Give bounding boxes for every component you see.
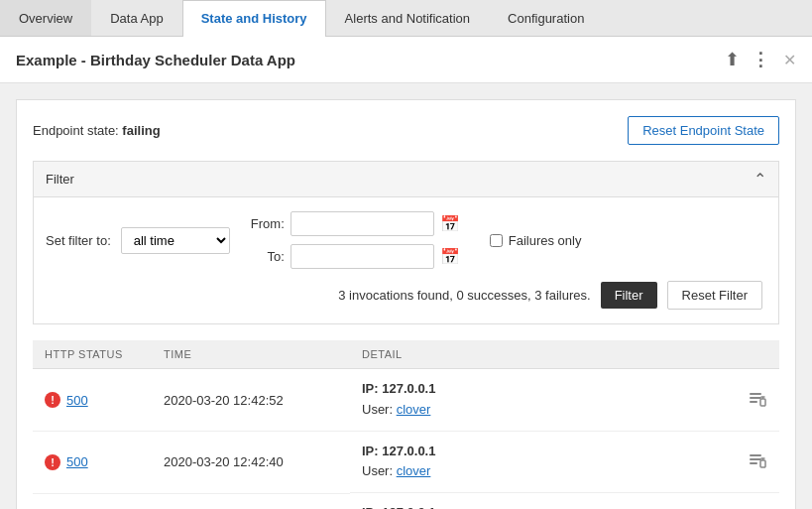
svg-rect-9 (760, 460, 765, 467)
filter-row: Set filter to: all time last hour last d… (46, 211, 766, 269)
main-content: Endpoint state: failing Reset Endpoint S… (16, 99, 796, 509)
table-row: ! 500 2020-03-20 12:42:40 IP: 127.0.0.1 … (33, 432, 779, 494)
invocations-table: HTTP STATUS TIME DETAIL ! 500 2020-03-20… (33, 340, 779, 509)
time-cell: 2020-03-20 12:42:40 (152, 432, 350, 494)
svg-rect-7 (750, 458, 761, 460)
user-link[interactable]: clover (397, 402, 431, 417)
header-bar: Example - Birthday Scheduler Data App ⬆ … (0, 37, 812, 83)
endpoint-state-text: Endpoint state: failing (33, 123, 161, 138)
reset-endpoint-state-button[interactable]: Reset Endpoint State (628, 116, 779, 145)
filter-from-to: From: 📅 To: 📅 (250, 211, 460, 269)
detail-ip: IP: 127.0.0.1 (362, 442, 435, 462)
set-filter-select[interactable]: all time last hour last day last week cu… (121, 227, 230, 254)
user-link[interactable]: clover (397, 463, 431, 478)
svg-rect-6 (750, 454, 761, 456)
table-row: ! 500 2020-03-20 12:42:52 IP: 127.0.0.1 … (33, 369, 779, 432)
svg-rect-8 (750, 462, 757, 464)
status-cell: ! 500 (45, 392, 140, 408)
detail-text: IP: 127.0.0.1 User: clover (362, 442, 435, 483)
failures-only-label: Failures only (509, 233, 582, 248)
to-row: To: 📅 (250, 244, 460, 269)
svg-rect-2 (750, 401, 757, 403)
col-http-status: HTTP STATUS (33, 340, 152, 369)
header-actions: ⬆ ⋮ ✕ (725, 49, 796, 70)
detail-text: IP: 127.0.0.1 User: clover (362, 503, 435, 509)
reset-filter-button[interactable]: Reset Filter (667, 281, 762, 310)
error-icon: ! (45, 454, 60, 470)
svg-rect-1 (750, 397, 761, 399)
failures-only-row: Failures only (490, 233, 582, 248)
error-icon: ! (45, 392, 60, 408)
tab-state-and-history[interactable]: State and History (182, 0, 326, 37)
detail-cell: IP: 127.0.0.1 User: clover (350, 369, 779, 432)
col-time: TIME (152, 340, 350, 369)
close-icon[interactable]: ✕ (783, 51, 796, 69)
table-row: ! 500 2020-03-20 12:42:34 IP: 127.0.0.1 … (33, 493, 779, 509)
failures-only-checkbox[interactable] (490, 234, 503, 247)
invocation-summary: 3 invocations found, 0 successes, 3 fail… (46, 281, 766, 310)
log-icon[interactable] (748, 390, 767, 410)
time-cell: 2020-03-20 12:42:52 (152, 369, 350, 432)
filter-panel: Filter ⌃ Set filter to: all time last ho… (33, 161, 779, 324)
status-code-link[interactable]: 500 (66, 393, 88, 408)
filter-body: Set filter to: all time last hour last d… (34, 197, 778, 323)
more-options-icon[interactable]: ⋮ (752, 49, 771, 70)
from-calendar-icon[interactable]: 📅 (440, 214, 460, 233)
status-code-link[interactable]: 500 (66, 454, 88, 469)
from-row: From: 📅 (250, 211, 460, 236)
filter-button[interactable]: Filter (601, 282, 657, 309)
from-date-input[interactable] (290, 211, 434, 236)
table-header-row: HTTP STATUS TIME DETAIL (33, 340, 779, 369)
detail-user: User: clover (362, 400, 435, 421)
filter-header[interactable]: Filter ⌃ (34, 162, 778, 197)
status-cell: ! 500 (45, 454, 140, 470)
upload-icon[interactable]: ⬆ (725, 49, 740, 70)
col-detail: DETAIL (350, 340, 779, 369)
from-label: From: (250, 216, 285, 231)
svg-rect-3 (760, 399, 765, 406)
svg-rect-0 (750, 393, 761, 395)
detail-text: IP: 127.0.0.1 User: clover (362, 379, 435, 421)
detail-ip: IP: 127.0.0.1 (362, 503, 435, 509)
filter-label: Filter (46, 172, 74, 187)
endpoint-state-value: failing (122, 123, 160, 138)
to-label: To: (250, 249, 285, 264)
tab-bar: Overview Data App State and History Aler… (0, 0, 812, 37)
tab-alerts-and-notification[interactable]: Alerts and Notification (326, 0, 489, 36)
detail-ip: IP: 127.0.0.1 (362, 379, 435, 400)
set-filter-label: Set filter to: (46, 233, 111, 248)
detail-cell: IP: 127.0.0.1 User: clover (350, 493, 779, 509)
invocation-text: 3 invocations found, 0 successes, 3 fail… (338, 288, 590, 303)
detail-cell: IP: 127.0.0.1 User: clover (350, 432, 779, 494)
tab-configuration[interactable]: Configuration (489, 0, 603, 36)
time-cell: 2020-03-20 12:42:34 (152, 493, 350, 509)
tab-overview[interactable]: Overview (0, 0, 91, 36)
endpoint-state-row: Endpoint state: failing Reset Endpoint S… (33, 116, 779, 145)
tab-data-app[interactable]: Data App (91, 0, 182, 36)
filter-collapse-icon[interactable]: ⌃ (754, 170, 766, 189)
page-title: Example - Birthday Scheduler Data App (16, 52, 295, 68)
detail-user: User: clover (362, 461, 435, 482)
to-calendar-icon[interactable]: 📅 (440, 247, 460, 266)
to-date-input[interactable] (290, 244, 434, 269)
log-icon[interactable] (748, 451, 767, 471)
